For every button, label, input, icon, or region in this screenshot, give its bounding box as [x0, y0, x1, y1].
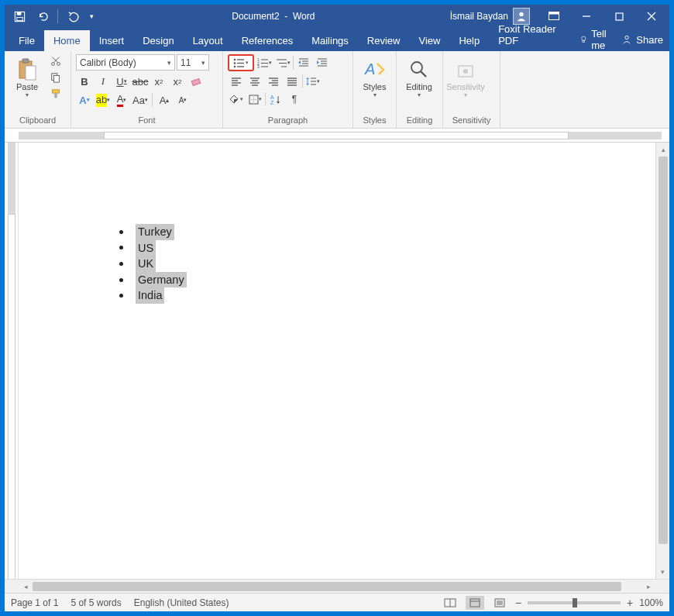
close-icon — [647, 12, 656, 21]
zoom-out-button[interactable]: − — [515, 597, 521, 609]
subscript-button[interactable]: x2 — [150, 74, 167, 89]
strikethrough-button[interactable]: abc — [132, 74, 149, 89]
increase-indent-button[interactable] — [314, 55, 331, 71]
tab-foxit[interactable]: Foxit Reader PDF — [489, 19, 579, 51]
svg-rect-23 — [54, 93, 57, 98]
tab-file[interactable]: File — [9, 30, 44, 51]
svg-point-78 — [463, 69, 468, 74]
close-button[interactable] — [637, 5, 666, 28]
font-color-button[interactable]: A▾ — [113, 92, 130, 108]
svg-rect-14 — [22, 59, 29, 63]
ribbon: Paste ▾ Clipboard Calibri (Body)▾ 11▾ — [5, 51, 669, 129]
chevron-down-icon: ▾ — [246, 60, 249, 66]
tab-references[interactable]: References — [232, 30, 302, 51]
align-left-icon — [231, 77, 242, 86]
font-size-select[interactable]: 11▾ — [177, 54, 209, 71]
zoom-slider[interactable] — [528, 601, 621, 604]
styles-button[interactable]: A Styles ▾ — [358, 54, 391, 98]
text-effects-button[interactable]: A▾ — [76, 92, 93, 108]
list-item[interactable]: US — [119, 240, 187, 256]
zoom-level[interactable]: 100% — [639, 597, 663, 608]
scroll-left-button[interactable]: ◂ — [19, 580, 33, 593]
font-name-select[interactable]: Calibri (Body)▾ — [76, 54, 175, 71]
scroll-thumb[interactable] — [33, 582, 621, 591]
align-right-button[interactable] — [265, 74, 282, 89]
shrink-font-button[interactable]: A▾ — [174, 92, 191, 108]
vertical-ruler[interactable] — [5, 143, 19, 579]
tab-layout[interactable]: Layout — [184, 30, 232, 51]
list-item[interactable]: Turkey — [119, 224, 187, 240]
list-item[interactable]: UK — [119, 256, 187, 272]
tab-view[interactable]: View — [409, 30, 449, 51]
word-count[interactable]: 5 of 5 words — [70, 597, 121, 608]
underline-button[interactable]: U▾ — [113, 74, 130, 89]
group-label-clipboard: Clipboard — [9, 113, 66, 128]
zoom-thumb[interactable] — [573, 598, 577, 607]
superscript-button[interactable]: x2 — [169, 74, 186, 89]
horizontal-ruler[interactable] — [5, 129, 669, 143]
scroll-right-button[interactable]: ▸ — [641, 580, 655, 593]
save-button[interactable] — [9, 6, 29, 26]
scroll-down-button[interactable]: ▾ — [656, 565, 669, 579]
paste-button[interactable]: Paste ▾ — [9, 54, 45, 98]
vertical-scrollbar[interactable]: ▴ ▾ — [655, 143, 669, 579]
chevron-down-icon: ▾ — [464, 91, 467, 98]
language-status[interactable]: English (United States) — [134, 597, 229, 608]
list-item[interactable]: Germany — [119, 272, 187, 288]
undo-button[interactable] — [33, 6, 53, 26]
page-scroll-area[interactable]: Turkey US UK Germany India — [19, 143, 655, 579]
share-button[interactable]: Share — [621, 34, 663, 46]
tab-help[interactable]: Help — [449, 30, 489, 51]
qat-customize-button[interactable]: ▾ — [86, 6, 97, 26]
italic-button[interactable]: I — [95, 74, 112, 89]
align-left-button[interactable] — [228, 74, 245, 89]
document-name: Document2 — [232, 11, 279, 22]
maximize-button[interactable] — [604, 5, 634, 28]
read-mode-button[interactable] — [441, 596, 459, 610]
borders-button[interactable]: ▾ — [246, 91, 263, 107]
clear-formatting-button[interactable] — [187, 74, 205, 89]
change-case-button[interactable]: Aa▾ — [132, 92, 149, 108]
svg-point-3 — [519, 12, 523, 16]
svg-rect-21 — [53, 75, 59, 82]
show-hide-button[interactable]: ¶ — [286, 91, 303, 107]
svg-line-19 — [53, 57, 58, 63]
tell-me-search[interactable]: Tell me — [579, 28, 616, 51]
bullets-button[interactable]: ▾ — [228, 54, 254, 71]
chevron-down-icon: ▾ — [373, 91, 377, 98]
shading-button[interactable]: ▾ — [228, 91, 245, 107]
scroll-up-button[interactable]: ▴ — [656, 143, 669, 157]
highlight-button[interactable]: ab▾ — [95, 92, 112, 108]
line-spacing-button[interactable]: ▾ — [304, 74, 322, 89]
cut-button[interactable] — [48, 54, 64, 68]
format-painter-button[interactable] — [48, 87, 64, 101]
svg-point-29 — [234, 65, 236, 67]
web-layout-button[interactable] — [490, 596, 509, 610]
print-layout-button[interactable] — [466, 596, 484, 610]
tab-insert[interactable]: Insert — [90, 30, 134, 51]
tab-mailings[interactable]: Mailings — [302, 30, 358, 51]
bold-button[interactable]: B — [76, 74, 93, 89]
editing-button[interactable]: Editing ▾ — [401, 54, 437, 98]
align-center-button[interactable] — [246, 74, 263, 89]
svg-text:3: 3 — [257, 64, 260, 68]
sort-button[interactable]: AZ — [267, 91, 284, 107]
tab-home[interactable]: Home — [44, 30, 90, 51]
multilevel-list-button[interactable]: ▾ — [274, 55, 291, 71]
tab-review[interactable]: Review — [358, 30, 410, 51]
decrease-indent-button[interactable] — [295, 55, 312, 71]
svg-point-12 — [625, 36, 628, 39]
zoom-in-button[interactable]: + — [627, 597, 633, 609]
statusbar: Page 1 of 1 5 of 5 words English (United… — [5, 593, 669, 611]
horizontal-scrollbar[interactable]: ◂ ▸ — [5, 579, 669, 593]
list-item[interactable]: India — [119, 287, 187, 304]
grow-font-button[interactable]: A▴ — [156, 92, 173, 108]
scroll-thumb[interactable] — [659, 157, 668, 544]
copy-button[interactable] — [48, 71, 64, 84]
numbering-button[interactable]: 123▾ — [256, 55, 273, 71]
tab-design[interactable]: Design — [133, 30, 183, 51]
page-count[interactable]: Page 1 of 1 — [11, 597, 58, 608]
svg-point-17 — [57, 63, 60, 66]
redo-button[interactable] — [63, 6, 83, 26]
justify-button[interactable] — [284, 74, 301, 89]
